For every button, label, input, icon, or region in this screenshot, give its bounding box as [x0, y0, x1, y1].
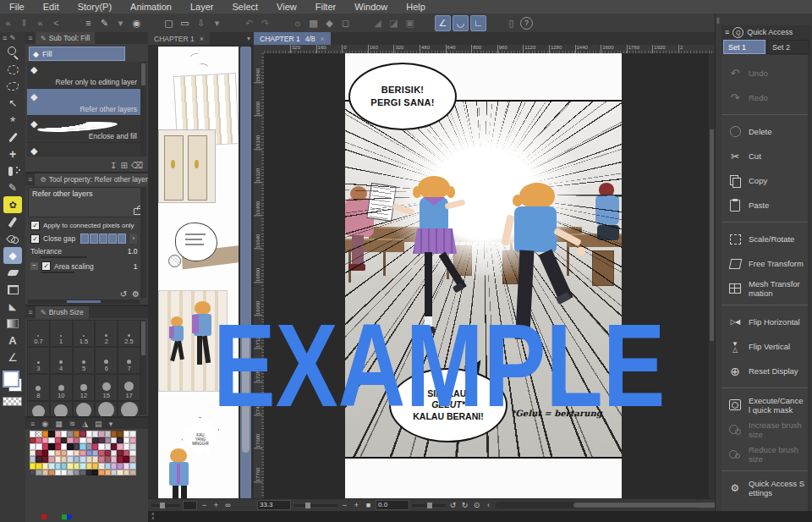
quick-access-item[interactable]: Scale/Rotate — [721, 227, 808, 251]
color-swatch[interactable] — [129, 450, 135, 457]
color-swatch[interactable] — [123, 431, 129, 437]
color-swatch[interactable] — [105, 443, 111, 450]
import-subtool-icon[interactable]: ↧ — [110, 161, 117, 170]
panel-menu-icon[interactable]: ≡ — [25, 34, 36, 42]
color-swatch[interactable] — [55, 450, 61, 457]
snap-to-ruler-icon[interactable]: ∠ — [435, 15, 451, 31]
chevron-back-icon[interactable]: < — [49, 16, 63, 30]
color-swatch[interactable] — [98, 443, 104, 450]
canvas-document-tab[interactable]: CHAPTER 1 4/8 × — [254, 32, 331, 45]
color-swatch[interactable] — [117, 463, 123, 470]
palette-chevron-icon[interactable]: ▾ — [109, 420, 113, 428]
color-swatch[interactable] — [86, 431, 92, 437]
move-icon[interactable] — [3, 146, 22, 162]
color-swatch[interactable] — [42, 470, 48, 476]
color-swatch[interactable] — [105, 463, 111, 470]
eyedropper-icon[interactable] — [3, 129, 22, 146]
color-swatch[interactable] — [111, 450, 117, 457]
quick-access-item[interactable]: Free Transform — [721, 251, 808, 276]
apply-connected-checkbox[interactable]: ✓ — [30, 221, 40, 230]
collapse-left-small-icon[interactable]: « — [33, 16, 47, 30]
snap-to-grid-icon[interactable]: ∟ — [470, 15, 486, 31]
quick-access-item[interactable]: Flip Vertical — [721, 334, 808, 359]
transparent-color-swatch[interactable] — [3, 397, 22, 406]
color-swatch[interactable] — [30, 443, 36, 450]
color-swatch[interactable] — [74, 437, 80, 444]
color-swatch[interactable] — [55, 463, 61, 470]
color-swatch[interactable] — [123, 450, 129, 457]
color-swatch[interactable] — [48, 470, 54, 476]
color-swatch[interactable] — [36, 470, 41, 476]
tolerance-slider[interactable] — [41, 256, 87, 258]
quick-access-scrollbar[interactable] — [808, 54, 811, 522]
subtool-item[interactable]: ◆ Refer other layers — [27, 89, 140, 116]
spacer[interactable] — [145, 16, 160, 30]
color-swatch[interactable] — [42, 463, 48, 470]
color-swatch[interactable] — [30, 450, 36, 457]
brush-size-cell[interactable]: 12 — [73, 374, 96, 401]
color-swatch[interactable] — [42, 450, 48, 457]
quick-access-item[interactable]: Mesh Transformation — [721, 276, 808, 305]
wrench-icon[interactable]: ⚙ — [132, 289, 140, 299]
color-swatch[interactable] — [105, 431, 111, 437]
color-swatch[interactable] — [74, 456, 80, 463]
thumbnail-zoom-slider[interactable] — [151, 504, 180, 507]
brush-size-cell[interactable]: 1.5 — [73, 320, 96, 347]
color-swatch[interactable] — [61, 463, 67, 470]
quick-access-item[interactable]: Reduce brush size — [721, 442, 808, 471]
color-swatch[interactable] — [42, 443, 48, 450]
canvas-viewport[interactable]: BERISIK! PERGI SANA! SINI KAU! GELUT* KA… — [264, 53, 709, 499]
spacer[interactable] — [419, 16, 433, 30]
color-swatch[interactable] — [55, 443, 61, 450]
color-swatch[interactable] — [36, 437, 41, 444]
color-swatch[interactable] — [123, 463, 129, 470]
zoom-out-icon[interactable]: − — [200, 501, 209, 509]
color-swatch[interactable] — [48, 431, 54, 437]
toolbar-pen-icon[interactable]: ✎ — [9, 34, 16, 42]
brush-size-cell[interactable] — [73, 401, 96, 416]
reset-rotation-icon[interactable]: ⊙ — [472, 501, 481, 509]
menu-item[interactable]: Window — [345, 0, 397, 14]
color-swatch[interactable] — [80, 456, 85, 463]
color-swatch[interactable] — [48, 463, 54, 470]
approximate-color-icon[interactable]: ▤ — [95, 420, 102, 428]
tool-property-vscrollbar[interactable] — [140, 187, 146, 298]
toolbar-menu-icon[interactable]: ≡ — [3, 34, 7, 42]
color-swatch[interactable] — [36, 431, 41, 437]
subtool-item[interactable]: ◆ Refer only to editing layer — [27, 62, 140, 89]
brush-icon[interactable] — [3, 213, 22, 230]
frame-border-icon[interactable] — [3, 281, 22, 298]
deselect-icon[interactable]: ◢ — [370, 16, 385, 30]
color-swatch[interactable] — [129, 463, 135, 470]
color-swatch[interactable] — [86, 450, 92, 457]
color-swatch[interactable] — [80, 470, 85, 476]
new-file-icon[interactable]: ▢ — [162, 16, 176, 30]
quick-access-item[interactable]: Copy — [721, 168, 808, 193]
rotate-cw-icon[interactable]: ↻ — [460, 501, 469, 509]
rotation-value-input[interactable]: 0.0 — [376, 500, 409, 510]
color-swatch[interactable] — [42, 456, 48, 463]
brush-size-cell[interactable]: 6 — [95, 347, 118, 374]
color-swatch[interactable] — [92, 470, 98, 476]
menu-item[interactable]: Animation — [121, 0, 181, 14]
decoration-icon[interactable] — [3, 196, 22, 213]
fill-selection-icon[interactable]: ◆ — [322, 16, 337, 30]
subtool-scrollbar[interactable] — [140, 62, 146, 157]
collapse-left-icon[interactable]: « — [1, 16, 15, 30]
rotate-ccw-icon[interactable]: ↺ — [448, 501, 458, 509]
color-swatch[interactable] — [80, 443, 85, 450]
ruler-icon[interactable] — [3, 349, 22, 365]
color-swatch[interactable] — [48, 437, 54, 444]
brush-size-scrollbar[interactable] — [140, 320, 146, 415]
color-swatch[interactable] — [86, 463, 92, 470]
save-file-icon[interactable]: ⇩ — [194, 16, 208, 30]
color-swatch[interactable] — [86, 437, 92, 444]
brush-size-cell[interactable] — [118, 401, 140, 416]
quick-access-item[interactable]: Redo — [721, 85, 808, 115]
color-swatch[interactable] — [30, 463, 36, 470]
color-swatch[interactable] — [74, 431, 80, 437]
color-swatch[interactable] — [74, 463, 80, 470]
redo-icon[interactable]: ↷ — [258, 16, 272, 30]
menu-item[interactable]: File — [0, 0, 34, 14]
color-swatch[interactable] — [67, 463, 73, 470]
